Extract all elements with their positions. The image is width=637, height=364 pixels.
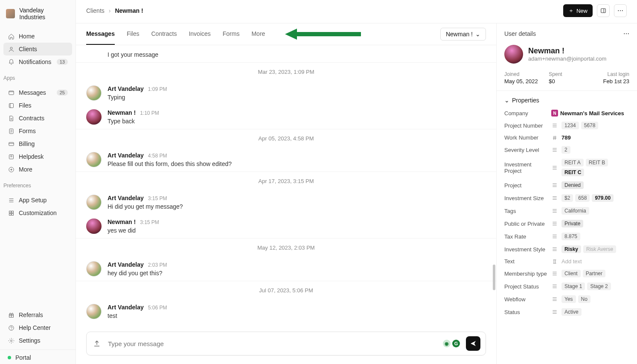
tag-pill[interactable]: Active [561,308,582,316]
svg-rect-2 [9,103,13,108]
meta-joined: May 05, 2022 [504,78,540,84]
tag-pill[interactable]: Risk Averse [583,245,616,253]
property-row-status[interactable]: StatusActive [497,306,637,318]
property-values: $2658979.00 [561,194,629,202]
property-row-tags[interactable]: TagsCalifornia [497,204,637,217]
grammarly-icon[interactable]: ◉ [443,340,451,347]
sidebar-portal[interactable]: Portal [0,349,76,364]
property-label: Tax Rate [504,233,548,240]
property-row-investment-project[interactable]: Investment ProjectREIT AREIT BREIT C [497,156,637,179]
scrollbar-thumb[interactable] [493,265,495,290]
tag-pill[interactable]: 658 [575,194,590,202]
tag-pill[interactable]: REIT B [586,159,608,166]
sidebar-item-label: Contracts [19,115,44,122]
sidebar-item-notifications[interactable]: Notifications13 [3,55,72,68]
tag-pill[interactable]: REIT C [561,169,584,176]
msg-icon [8,89,15,96]
details-more-button[interactable]: ⋯ [623,30,629,37]
tag-pill[interactable]: Private [561,220,583,227]
messages-list[interactable]: I got your messageMar 23, 2023, 1:09 PMA… [76,45,496,326]
sidebar-item-more[interactable]: More [3,163,72,176]
sidebar-item-clients[interactable]: Clients [3,43,72,55]
sidebar-item-files[interactable]: Files [3,99,72,112]
sidebar-item-messages[interactable]: Messages25 [3,86,72,99]
sidebar-item-forms[interactable]: Forms [3,125,72,137]
tag-pill[interactable]: 5678 [581,122,599,129]
tag-pill[interactable]: Stage 2 [587,282,611,290]
tag-pill[interactable]: No [578,295,590,303]
new-button[interactable]: ＋ New [563,4,593,17]
property-row-company[interactable]: CompanyNNewman's Mail Services [497,107,637,119]
property-row-membership-type[interactable]: Membership typeClientPartner [497,267,637,280]
sidebar-footer-settings[interactable]: Settings [0,334,76,347]
property-row-webflow[interactable]: WebflowYesNo [497,293,637,306]
tag-pill[interactable]: 1234 [561,122,579,129]
home-icon [8,33,15,40]
message-time: 3:15 PM [140,219,159,225]
count-badge: 25 [57,90,68,96]
message-sender: Art Vandelay [108,304,144,311]
message-time: 1:09 PM [148,86,167,92]
property-row-project-status[interactable]: Project StatusStage 1Stage 2 [497,280,637,293]
property-row-project-number[interactable]: Project Number12345678 [497,119,637,132]
list-icon [551,208,558,214]
tab-invoices[interactable]: Invoices [189,23,210,45]
tab-forms[interactable]: Forms [223,23,240,45]
portal-label: Portal [15,354,31,361]
meta-spent-label: Spent [549,71,585,77]
brand[interactable]: Vandelay Industries [0,0,76,27]
property-label: Severity Level [504,147,548,153]
tag-pill[interactable]: 2 [561,146,570,154]
tab-messages[interactable]: Messages [86,23,115,45]
property-row-public-or-private[interactable]: Public or PrivatePrivate [497,217,637,230]
tag-pill[interactable]: 8.875 [561,233,580,240]
user-name: Newman ! [528,47,606,55]
sidebar-footer-referrals[interactable]: Referrals [0,309,76,321]
sidebar-item-billing[interactable]: Billing [3,137,72,150]
sidebar-footer-help-center[interactable]: Help Center [0,321,76,334]
tab-more[interactable]: More [251,23,265,45]
message-time: 5:06 PM [148,305,167,311]
sidebar-item-app-setup[interactable]: App Setup [3,194,72,207]
tag-pill[interactable]: REIT A [561,159,584,166]
property-row-project[interactable]: ProjectDenied [497,179,637,192]
properties-toggle[interactable]: ⌄ Properties [497,91,637,107]
date-separator: Mar 23, 2023, 1:09 PM [76,62,496,81]
tag-pill[interactable]: Stage 1 [561,282,585,290]
scrollbar[interactable] [492,45,495,326]
property-row-investment-size[interactable]: Investment Size$2658979.00 [497,192,637,204]
breadcrumb-root[interactable]: Clients [86,7,105,14]
tag-pill[interactable]: $2 [561,194,573,202]
message-time: 1:10 PM [140,110,159,116]
sidebar-item-home[interactable]: Home [3,30,72,43]
chevron-down-icon: ⌄ [504,97,509,104]
client-dropdown[interactable]: Newman ! ⌄ [440,28,486,41]
property-row-text[interactable]: TextAdd text [497,256,637,267]
property-row-investment-style[interactable]: Investment StyleRiskyRisk Averse [497,243,637,256]
tag-pill[interactable]: Partner [583,270,605,277]
list-icon [551,296,558,302]
property-values: ClientPartner [561,270,629,277]
toggle-panel-button[interactable] [597,4,610,17]
tab-contracts[interactable]: Contracts [151,23,177,45]
sidebar-item-contracts[interactable]: Contracts [3,112,72,125]
tag-pill[interactable]: 979.00 [592,194,614,202]
tag-pill[interactable]: Denied [561,181,584,189]
message-input[interactable] [108,340,437,347]
tag-pill[interactable]: Yes [561,295,576,303]
tab-files[interactable]: Files [127,23,140,45]
send-button[interactable] [466,336,480,351]
property-row-tax-rate[interactable]: Tax Rate8.875 [497,230,637,243]
sidebar-item-customization[interactable]: Customization [3,207,72,219]
more-button[interactable]: ⋯ [614,4,627,17]
tag-pill[interactable]: Client [561,270,581,277]
message-text: yes we did [108,227,486,234]
upload-button[interactable] [92,338,102,349]
tag-pill[interactable]: California [561,207,589,215]
sidebar-item-helpdesk[interactable]: Helpdesk [3,150,72,163]
property-row-severity-level[interactable]: Severity Level2 [497,143,637,156]
property-row-work-number[interactable]: Work Number789 [497,132,637,143]
grammarly-badge-icon[interactable]: G [452,340,460,347]
list-icon [551,165,558,171]
tag-pill[interactable]: Risky [561,245,581,253]
